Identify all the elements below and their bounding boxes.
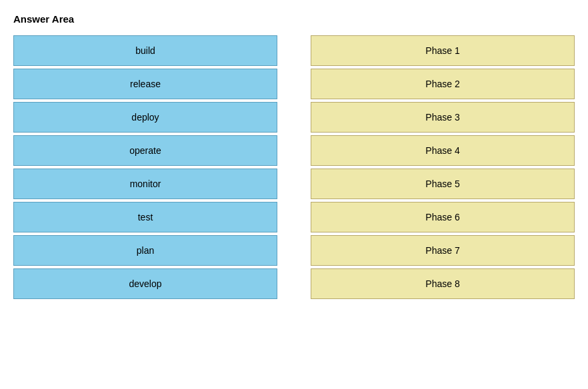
left-item-1[interactable]: build [13,35,277,66]
left-item-4[interactable]: operate [13,135,277,166]
right-item-7[interactable]: Phase 7 [311,235,575,266]
right-item-5[interactable]: Phase 5 [311,169,575,199]
right-column: Phase 1Phase 2Phase 3Phase 4Phase 5Phase… [311,35,575,299]
answer-area-title: Answer Area [13,13,575,25]
right-item-6[interactable]: Phase 6 [311,202,575,232]
left-item-7[interactable]: plan [13,235,277,266]
right-item-1[interactable]: Phase 1 [311,35,575,66]
left-item-5[interactable]: monitor [13,169,277,199]
left-item-8[interactable]: develop [13,268,277,299]
left-column: buildreleasedeployoperatemonitortestplan… [13,35,277,299]
right-item-2[interactable]: Phase 2 [311,69,575,99]
right-item-4[interactable]: Phase 4 [311,135,575,166]
right-item-8[interactable]: Phase 8 [311,268,575,299]
left-item-2[interactable]: release [13,69,277,99]
left-item-3[interactable]: deploy [13,102,277,133]
right-item-3[interactable]: Phase 3 [311,102,575,133]
columns-container: buildreleasedeployoperatemonitortestplan… [13,35,575,299]
left-item-6[interactable]: test [13,202,277,232]
